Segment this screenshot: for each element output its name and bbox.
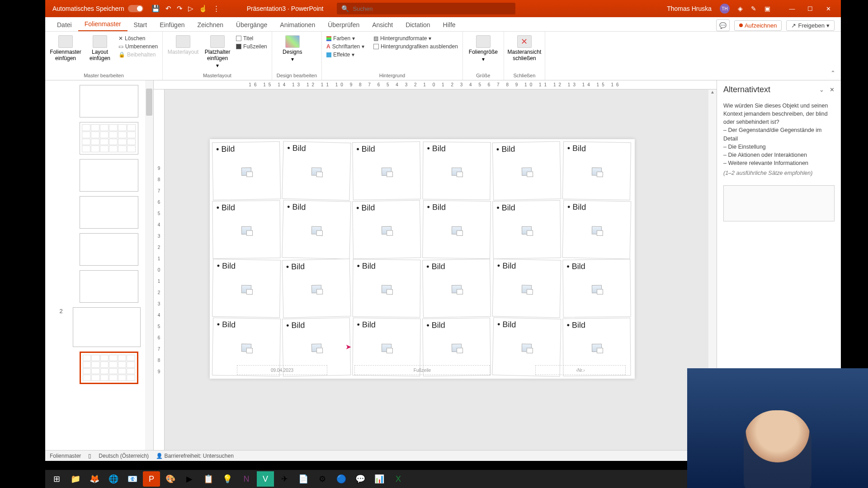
hide-background-checkbox[interactable]: Hintergrundgrafiken ausblenden — [373, 43, 458, 50]
image-placeholder[interactable]: • Bild — [492, 259, 561, 318]
tab-hilfe[interactable]: Hilfe — [437, 19, 462, 31]
insert-layout-button[interactable]: Layout einfügen — [84, 33, 116, 61]
scroll-up-icon[interactable]: ▲ — [708, 89, 717, 97]
pane-collapse-icon[interactable]: ⌄ — [819, 86, 824, 93]
image-placeholder[interactable]: • Bild — [422, 141, 491, 200]
powerpoint-icon[interactable]: P — [143, 471, 160, 487]
collapse-ribbon-icon[interactable]: ⌃ — [828, 69, 838, 77]
firefox-icon[interactable]: 🦊 — [86, 471, 103, 487]
app-icon[interactable]: V — [257, 471, 274, 487]
image-placeholder[interactable]: • Bild — [212, 259, 281, 318]
tab-animationen[interactable]: Animationen — [274, 19, 321, 31]
customize-qat-icon[interactable]: ⋮ — [213, 5, 220, 13]
share-button[interactable]: ↗ Freigeben ▾ — [786, 20, 835, 31]
layout-thumbnail[interactable] — [80, 159, 138, 192]
app-icon[interactable]: 💬 — [352, 471, 369, 487]
image-placeholder[interactable]: • Bild — [352, 259, 420, 317]
background-styles-button[interactable]: ▨ Hintergrundformate ▾ — [373, 35, 458, 42]
chrome-icon[interactable]: 🌐 — [105, 471, 122, 487]
diamond-icon[interactable]: ◈ — [738, 5, 743, 12]
thumbnail-scrollbar[interactable] — [145, 80, 153, 450]
image-placeholder[interactable]: • Bild — [282, 258, 351, 318]
touch-mode-icon[interactable]: ☝ — [199, 5, 208, 13]
user-avatar[interactable]: TH — [720, 4, 730, 14]
image-placeholder[interactable]: • Bild — [282, 141, 351, 201]
image-placeholder[interactable]: • Bild — [562, 259, 631, 318]
maximize-button[interactable]: ☐ — [801, 5, 819, 12]
save-icon[interactable]: 💾 — [151, 5, 160, 13]
master-thumbnail[interactable]: 2 — [73, 307, 141, 347]
layout-thumbnail[interactable] — [80, 196, 138, 229]
record-button[interactable]: Aufzeichnen — [734, 20, 782, 31]
delete-button[interactable]: ✕ Löschen — [118, 35, 158, 42]
layout-thumbnail[interactable] — [80, 85, 138, 117]
tab-einfuegen[interactable]: Einfügen — [153, 19, 191, 31]
colors-button[interactable]: Farben ▾ — [326, 35, 364, 42]
themes-button[interactable]: Designs ▾ — [277, 33, 308, 62]
image-placeholder[interactable]: • Bild — [562, 141, 631, 201]
undo-icon[interactable]: ↶ — [165, 5, 171, 13]
user-name[interactable]: Thomas Hruska — [667, 5, 712, 12]
slide-canvas[interactable]: • Bild• Bild• Bild• Bild• Bild• Bild• Bi… — [165, 89, 708, 450]
image-placeholder[interactable]: • Bild — [422, 200, 491, 259]
image-placeholder[interactable]: • Bild — [422, 259, 491, 318]
window-icon[interactable]: ▣ — [764, 5, 770, 12]
minimize-button[interactable]: — — [783, 5, 801, 12]
status-language[interactable]: Deutsch (Österreich) — [99, 453, 149, 459]
image-placeholder[interactable]: • Bild — [212, 141, 281, 201]
pen-icon[interactable]: ✎ — [751, 5, 756, 12]
layout-thumbnail[interactable] — [80, 122, 138, 155]
app-icon[interactable]: 🔵 — [333, 471, 350, 487]
slide[interactable]: • Bild• Bild• Bild• Bild• Bild• Bild• Bi… — [210, 139, 635, 379]
app-icon[interactable]: 📊 — [371, 471, 388, 487]
start-from-beginning-icon[interactable]: ▷ — [188, 5, 193, 13]
rename-button[interactable]: ▭ Umbenennen — [118, 43, 158, 50]
footer-checkbox[interactable]: Fußzeilen — [236, 43, 267, 50]
redo-icon[interactable]: ↷ — [177, 5, 183, 13]
excel-icon[interactable]: X — [390, 471, 407, 487]
app-icon[interactable]: 🎨 — [162, 471, 179, 487]
date-placeholder[interactable]: 09.04.2023 — [237, 365, 327, 375]
title-checkbox[interactable]: Titel — [236, 35, 267, 42]
image-placeholder[interactable]: • Bild — [352, 141, 421, 200]
image-placeholder[interactable]: • Bild — [562, 200, 632, 259]
image-placeholder[interactable]: • Bild — [492, 141, 561, 200]
onenote-icon[interactable]: N — [238, 471, 255, 487]
autosave-toggle[interactable] — [128, 5, 143, 12]
telegram-icon[interactable]: ✈ — [276, 471, 293, 487]
status-mode[interactable]: Folienmaster — [50, 453, 81, 459]
insert-placeholder-button[interactable]: Platzhalter einfügen ▾ — [202, 33, 233, 69]
obs-icon[interactable]: ⚙ — [314, 471, 331, 487]
tab-zeichnen[interactable]: Zeichnen — [191, 19, 230, 31]
fonts-button[interactable]: A Schriftarten ▾ — [326, 43, 364, 50]
search-box[interactable]: 🔍 — [337, 3, 515, 14]
tab-dictation[interactable]: Dictation — [399, 19, 436, 31]
app-icon[interactable]: 💡 — [219, 471, 236, 487]
start-button[interactable]: ⊞ — [48, 471, 65, 487]
vlc-icon[interactable]: ▶ — [181, 471, 198, 487]
app-icon[interactable]: 📋 — [200, 471, 217, 487]
search-input[interactable] — [353, 5, 511, 12]
footer-placeholder[interactable]: Fußzeile — [354, 365, 490, 375]
layout-thumbnail[interactable] — [80, 233, 138, 266]
effects-button[interactable]: Effekte ▾ — [326, 52, 364, 58]
master-layout-button[interactable]: Masterlayout — [167, 33, 199, 55]
insert-slide-master-button[interactable]: Folienmaster einfügen — [50, 33, 81, 61]
app-icon[interactable]: 📄 — [295, 471, 312, 487]
outlook-icon[interactable]: 📧 — [124, 471, 141, 487]
close-button[interactable]: ✕ — [819, 5, 837, 12]
layout-thumbnail[interactable] — [80, 270, 138, 303]
image-placeholder[interactable]: • Bild — [282, 200, 351, 259]
explorer-icon[interactable]: 📁 — [67, 471, 84, 487]
layout-thumbnail-selected[interactable] — [80, 352, 138, 384]
slide-size-button[interactable]: Foliengröße ▾ — [467, 33, 499, 62]
status-accessibility[interactable]: 👤 Barrierefreiheit: Untersuchen — [156, 453, 234, 459]
close-master-view-button[interactable]: ✕Masteransicht schließen — [509, 33, 540, 61]
tab-datei[interactable]: Datei — [51, 19, 78, 31]
tab-folienmaster[interactable]: Folienmaster — [78, 18, 127, 31]
tab-uebergaenge[interactable]: Übergänge — [230, 19, 274, 31]
tab-ueberpruefen[interactable]: Überprüfen — [321, 19, 366, 31]
pane-close-icon[interactable]: ✕ — [830, 86, 835, 93]
preserve-button[interactable]: 🔒 Beibehalten — [118, 52, 158, 58]
image-placeholder[interactable]: • Bild — [492, 200, 561, 259]
